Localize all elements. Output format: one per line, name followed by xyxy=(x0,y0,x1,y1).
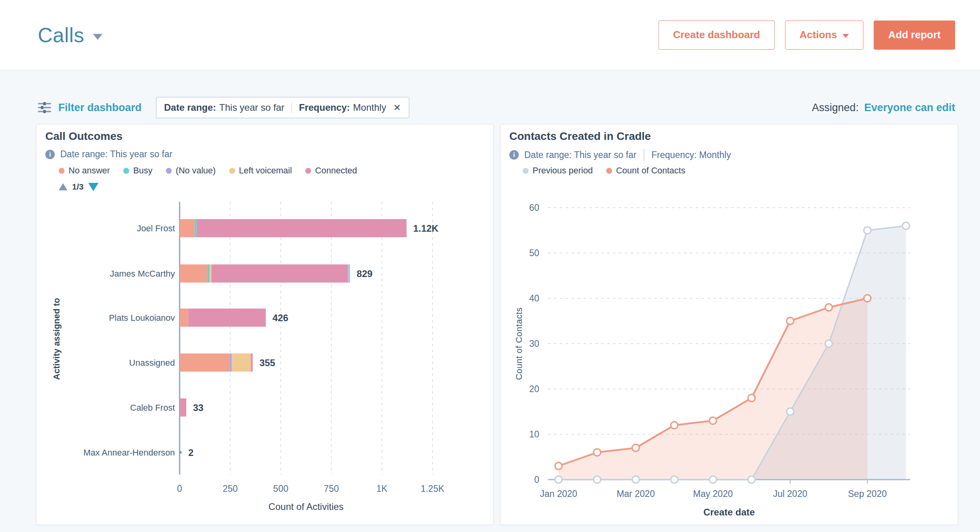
bar-row[interactable] xyxy=(180,264,350,283)
legend-label: Count of Contacts xyxy=(616,166,685,176)
data-point[interactable] xyxy=(671,476,678,483)
data-point[interactable] xyxy=(594,449,601,456)
filter-chip[interactable]: Date range: This year so far Frequency: … xyxy=(156,97,409,118)
y-tick-label: 40 xyxy=(529,293,539,303)
bar-segment[interactable] xyxy=(212,264,348,283)
bar-value-label: 2 xyxy=(188,447,193,458)
bar-segment[interactable] xyxy=(251,353,253,372)
bar-value-label: 355 xyxy=(260,357,275,368)
y-tick-label: 0 xyxy=(534,474,539,485)
bar-value-label: 33 xyxy=(193,402,204,413)
legend-label: (No value) xyxy=(176,166,215,176)
filter-dashboard-link[interactable]: Filter dashboard xyxy=(58,102,142,114)
dashboard-toolbar: Filter dashboard Date range: This year s… xyxy=(38,94,955,121)
bar-row[interactable] xyxy=(180,398,186,417)
bar-value-label: 426 xyxy=(273,313,288,323)
bar-segment[interactable] xyxy=(208,264,210,283)
data-point[interactable] xyxy=(632,445,639,452)
data-point[interactable] xyxy=(864,295,871,302)
report-meta: i Date range: This year so far xyxy=(45,149,173,160)
bar-segment[interactable] xyxy=(180,451,182,454)
chip-frequency-value: Monthly xyxy=(353,102,386,113)
legend-item[interactable]: Left voicemail xyxy=(229,166,292,176)
chart-legend: No answerBusy(No value)Left voicemailCon… xyxy=(59,166,357,176)
chevron-down-icon[interactable] xyxy=(93,34,102,40)
bar-segment[interactable] xyxy=(180,219,195,237)
bar-segment[interactable] xyxy=(232,353,251,372)
x-axis-title: Count of Activities xyxy=(269,501,344,512)
frequency-text: Frequency: Monthly xyxy=(651,150,731,160)
call-outcomes-chart: 02505007501K1.25KJoel Frost1.12KJames Mc… xyxy=(45,199,486,519)
info-icon[interactable]: i xyxy=(509,150,519,160)
page-title: Calls xyxy=(38,23,84,47)
x-tick-label: Jan 2020 xyxy=(540,489,577,499)
data-point[interactable] xyxy=(748,394,755,402)
data-point[interactable] xyxy=(748,476,755,483)
report-meta: i Date range: This year so far Frequency… xyxy=(509,149,731,161)
legend-label: Connected xyxy=(315,166,357,176)
x-tick-label: Sep 2020 xyxy=(848,489,887,499)
info-icon[interactable]: i xyxy=(45,150,55,159)
x-tick-label: 1K xyxy=(377,484,388,494)
x-tick-label: 250 xyxy=(223,484,238,494)
x-tick-label: May 2020 xyxy=(693,489,733,499)
legend-pagination: 1/3 xyxy=(59,182,98,192)
legend-label: Previous period xyxy=(533,166,593,176)
category-label: James McCarthy xyxy=(110,269,175,279)
data-point[interactable] xyxy=(825,340,832,347)
bar-row[interactable] xyxy=(180,219,406,237)
data-point[interactable] xyxy=(632,476,639,483)
call-outcomes-card: Call Outcomes i Date range: This year so… xyxy=(36,124,494,525)
bar-segment[interactable] xyxy=(230,353,232,372)
bar-row[interactable] xyxy=(180,451,182,454)
page-up-icon[interactable] xyxy=(59,183,67,190)
category-label: Plats Loukoianov xyxy=(109,313,175,323)
legend-item[interactable]: Count of Contacts xyxy=(606,166,685,176)
bar-segment[interactable] xyxy=(197,219,407,237)
bar-segment[interactable] xyxy=(180,309,188,327)
data-point[interactable] xyxy=(555,476,562,483)
series-area xyxy=(559,298,867,480)
data-point[interactable] xyxy=(787,408,794,415)
legend-item[interactable]: Busy xyxy=(123,166,152,176)
x-tick-label: 750 xyxy=(324,484,339,494)
data-point[interactable] xyxy=(787,318,794,325)
page-indicator: 1/3 xyxy=(72,182,84,192)
bar-segment[interactable] xyxy=(348,264,350,283)
bar-segment[interactable] xyxy=(180,264,208,283)
assigned-everyone-link[interactable]: Everyone can edit xyxy=(864,102,955,114)
legend-item[interactable]: (No value) xyxy=(166,166,215,176)
data-point[interactable] xyxy=(864,227,871,234)
data-point[interactable] xyxy=(555,463,562,470)
data-point[interactable] xyxy=(825,304,832,311)
actions-button[interactable]: Actions xyxy=(785,20,863,50)
data-point[interactable] xyxy=(902,222,909,229)
bar-segment[interactable] xyxy=(195,219,197,237)
bar-segment[interactable] xyxy=(180,398,186,417)
add-report-button[interactable]: Add report xyxy=(874,20,955,50)
filter-sliders-icon[interactable] xyxy=(38,102,51,113)
bar-row[interactable] xyxy=(180,309,266,327)
x-tick-label: 0 xyxy=(177,484,182,494)
bar-row[interactable] xyxy=(180,353,253,372)
legend-item[interactable]: No answer xyxy=(59,166,110,176)
grid-lines xyxy=(230,202,432,474)
page-down-icon[interactable] xyxy=(88,183,98,191)
data-point[interactable] xyxy=(709,417,716,424)
data-point[interactable] xyxy=(709,476,716,483)
close-icon[interactable]: ✕ xyxy=(393,102,401,113)
assigned-label: Assigned: xyxy=(812,102,859,114)
data-point[interactable] xyxy=(671,422,678,429)
dashboard-title-wrap[interactable]: Calls xyxy=(38,23,102,47)
report-title: Call Outcomes xyxy=(45,130,122,143)
date-range-text: Date range: This year so far xyxy=(60,149,173,160)
bar-segment[interactable] xyxy=(180,353,230,372)
x-tick-label: 1.25K xyxy=(421,484,445,494)
data-point[interactable] xyxy=(594,476,601,483)
legend-item[interactable]: Previous period xyxy=(523,166,593,176)
legend-item[interactable]: Connected xyxy=(305,166,357,176)
dashboard-header: Calls Create dashboard Actions Add repor… xyxy=(0,0,980,70)
create-dashboard-button[interactable]: Create dashboard xyxy=(659,20,775,50)
bar-segment[interactable] xyxy=(210,264,212,283)
bar-segment[interactable] xyxy=(188,309,266,327)
